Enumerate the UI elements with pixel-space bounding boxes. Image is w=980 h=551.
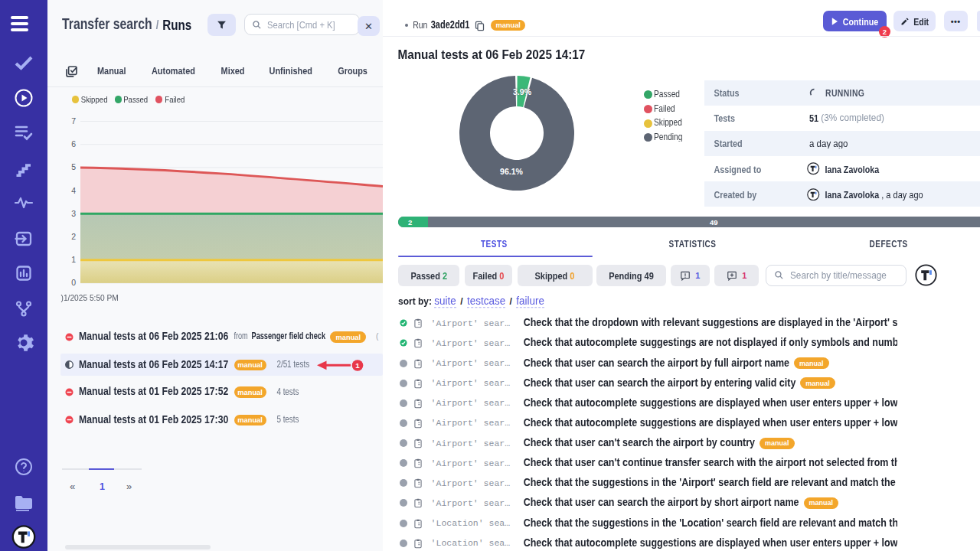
svg-text:1: 1 (355, 361, 360, 370)
svg-text:96.1%: 96.1% (500, 167, 523, 176)
svg-text:3.9%: 3.9% (513, 87, 532, 96)
